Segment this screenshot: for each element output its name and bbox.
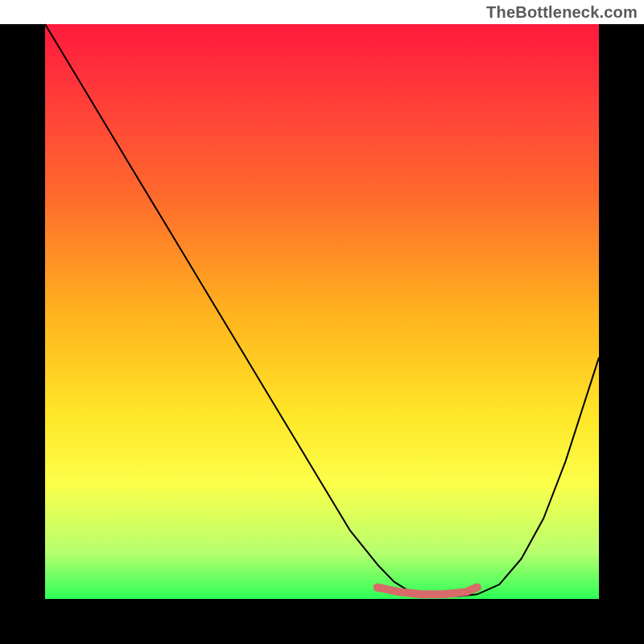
watermark-text: TheBottleneck.com bbox=[486, 3, 638, 22]
chart-container: TheBottleneck.com bbox=[0, 0, 644, 644]
highlight-end-dot bbox=[374, 584, 382, 592]
highlight-end-dot bbox=[473, 584, 481, 592]
bottleneck-chart bbox=[0, 0, 644, 644]
frame-right bbox=[599, 24, 644, 644]
frame-left bbox=[0, 24, 45, 644]
plot-background bbox=[45, 24, 599, 599]
frame-bottom bbox=[0, 599, 644, 644]
